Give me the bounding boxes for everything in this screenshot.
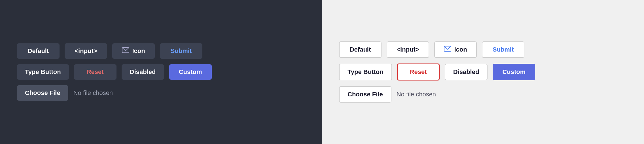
light-panel: Default <input> Icon Submit Type Button …: [322, 0, 644, 144]
dark-custom-button[interactable]: Custom: [169, 64, 212, 80]
light-disabled-button[interactable]: Disabled: [445, 64, 488, 80]
light-input-label: <input>: [397, 46, 419, 53]
dark-disabled-button[interactable]: Disabled: [122, 64, 164, 80]
light-choose-file-label: Choose File: [348, 91, 383, 98]
dark-icon-label: Icon: [132, 47, 145, 55]
email-icon: [122, 47, 129, 55]
dark-reset-label: Reset: [87, 68, 104, 75]
dark-no-file-text: No file chosen: [73, 89, 113, 97]
light-reset-button[interactable]: Reset: [397, 63, 440, 81]
light-icon-label: Icon: [454, 46, 467, 53]
dark-row-2: Type Button Reset Disabled Custom: [17, 64, 212, 80]
dark-panel: Default <input> Icon Submit Type Button …: [0, 0, 322, 144]
light-row-2: Type Button Reset Disabled Custom: [339, 63, 535, 81]
light-input-button[interactable]: <input>: [387, 41, 429, 58]
dark-reset-button[interactable]: Reset: [74, 64, 116, 80]
light-type-button-label: Type Button: [348, 68, 384, 76]
dark-default-label: Default: [28, 47, 49, 55]
dark-input-label: <input>: [75, 47, 97, 55]
light-reset-label: Reset: [410, 68, 427, 75]
dark-type-button-label: Type Button: [25, 68, 61, 76]
light-default-label: Default: [350, 46, 371, 53]
dark-disabled-label: Disabled: [130, 68, 156, 76]
light-submit-label: Submit: [493, 46, 514, 53]
dark-choose-file-button[interactable]: Choose File: [17, 85, 68, 101]
dark-row-1: Default <input> Icon Submit: [17, 43, 202, 59]
dark-icon-button[interactable]: Icon: [112, 43, 155, 59]
light-disabled-label: Disabled: [453, 68, 479, 76]
light-icon-button[interactable]: Icon: [434, 41, 477, 58]
light-custom-label: Custom: [502, 68, 526, 75]
dark-input-button[interactable]: <input>: [65, 43, 107, 59]
light-row-3: Choose File No file chosen: [339, 86, 436, 103]
light-row-1: Default <input> Icon Submit: [339, 41, 524, 58]
dark-submit-button[interactable]: Submit: [160, 43, 202, 59]
dark-submit-label: Submit: [171, 47, 192, 54]
light-choose-file-button[interactable]: Choose File: [339, 86, 391, 103]
light-custom-button[interactable]: Custom: [493, 64, 535, 80]
dark-row-3: Choose File No file chosen: [17, 85, 113, 101]
light-submit-button[interactable]: Submit: [482, 41, 524, 58]
dark-custom-label: Custom: [179, 68, 202, 75]
dark-default-button[interactable]: Default: [17, 43, 60, 59]
email-icon-light: [444, 46, 451, 53]
light-no-file-text: No file chosen: [397, 91, 436, 98]
light-default-button[interactable]: Default: [339, 41, 382, 58]
dark-type-button[interactable]: Type Button: [17, 64, 69, 80]
light-type-button[interactable]: Type Button: [339, 64, 392, 80]
dark-choose-file-label: Choose File: [25, 89, 60, 96]
